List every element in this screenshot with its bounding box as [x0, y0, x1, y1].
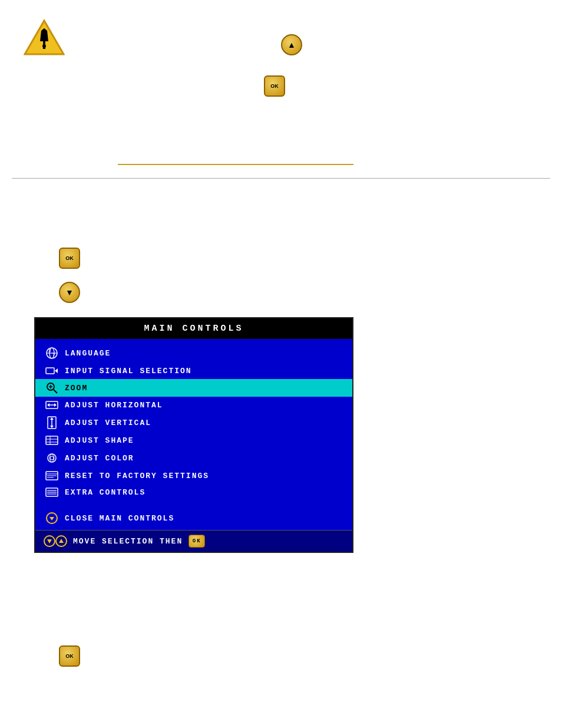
menu-item-adjust-horizontal[interactable]: ADJUST HORIZONTAL — [35, 397, 352, 413]
menu-item-extra-controls[interactable]: EXTRA CONTROLS — [35, 484, 352, 500]
svg-marker-22 — [50, 426, 54, 428]
svg-rect-23 — [46, 436, 58, 444]
close-icon — [44, 512, 60, 524]
reset-factory-icon — [44, 470, 60, 481]
menu-item-adjust-color[interactable]: ADJUST COLOR — [35, 449, 352, 467]
menu-item-input-signal[interactable]: INPUT SIGNAL SELECTION — [35, 363, 352, 379]
zoom-label: ZOOM — [65, 384, 88, 393]
svg-point-3 — [42, 44, 46, 48]
zoom-icon — [44, 382, 60, 394]
extra-controls-icon — [44, 487, 60, 498]
osd-menu: MAIN CONTROLS 3? LANGUAGE INPUT SIGNAL S… — [34, 317, 353, 553]
osd-close-section[interactable]: CLOSE MAIN CONTROLS — [35, 509, 352, 530]
menu-item-language[interactable]: 3? LANGUAGE — [35, 344, 352, 363]
osd-title: MAIN CONTROLS — [35, 318, 352, 339]
svg-rect-9 — [46, 368, 54, 374]
menu-item-reset-factory[interactable]: RESET TO FACTORY SETTINGS — [35, 467, 352, 484]
adjust-horizontal-label: ADJUST HORIZONTAL — [65, 401, 163, 410]
footer-ok-button[interactable]: OK — [189, 535, 205, 548]
adjust-shape-label: ADJUST SHAPE — [65, 436, 134, 445]
language-icon: 3? — [44, 347, 60, 360]
footer-nav-icons — [44, 535, 67, 548]
warning-icon: ! — [24, 18, 65, 61]
adjust-color-icon — [44, 452, 60, 465]
extra-controls-label: EXTRA CONTROLS — [65, 488, 146, 497]
svg-marker-38 — [49, 517, 54, 521]
divider-underline — [118, 164, 353, 165]
footer-label: MOVE SELECTION THEN — [73, 537, 183, 546]
svg-marker-42 — [59, 539, 64, 543]
svg-text:?: ? — [52, 353, 56, 357]
adjust-vertical-icon — [44, 416, 60, 429]
osd-footer: MOVE SELECTION THEN OK — [35, 530, 352, 552]
adjust-shape-icon — [44, 435, 60, 446]
svg-marker-10 — [55, 368, 58, 373]
osd-items-container: 3? LANGUAGE INPUT SIGNAL SELECTION ZOOM … — [35, 339, 352, 503]
svg-point-28 — [50, 456, 54, 460]
menu-item-adjust-vertical[interactable]: ADJUST VERTICAL — [35, 413, 352, 432]
svg-marker-21 — [50, 417, 54, 420]
svg-point-27 — [48, 454, 56, 462]
close-label: CLOSE MAIN CONTROLS — [65, 514, 174, 523]
svg-text:3: 3 — [48, 348, 52, 353]
svg-line-12 — [54, 390, 57, 393]
svg-marker-40 — [47, 539, 52, 543]
svg-marker-17 — [47, 403, 49, 407]
input-signal-label: INPUT SIGNAL SELECTION — [65, 367, 192, 375]
ok-button-top[interactable]: OK — [264, 75, 285, 97]
section-rule — [12, 178, 550, 179]
down-button-middle[interactable]: ▼ — [59, 282, 80, 303]
adjust-color-label: ADJUST COLOR — [65, 454, 134, 463]
adjust-horizontal-icon — [44, 400, 60, 410]
menu-item-zoom[interactable]: ZOOM — [35, 379, 352, 397]
svg-marker-18 — [54, 403, 57, 407]
adjust-vertical-label: ADJUST VERTICAL — [65, 419, 151, 427]
input-signal-icon — [44, 365, 60, 376]
menu-item-adjust-shape[interactable]: ADJUST SHAPE — [35, 432, 352, 449]
ok-button-middle[interactable]: OK — [59, 248, 80, 269]
up-button-top[interactable]: ▲ — [281, 34, 302, 55]
reset-factory-label: RESET TO FACTORY SETTINGS — [65, 472, 209, 480]
ok-button-bottom[interactable]: OK — [59, 645, 80, 667]
language-label: LANGUAGE — [65, 349, 111, 358]
